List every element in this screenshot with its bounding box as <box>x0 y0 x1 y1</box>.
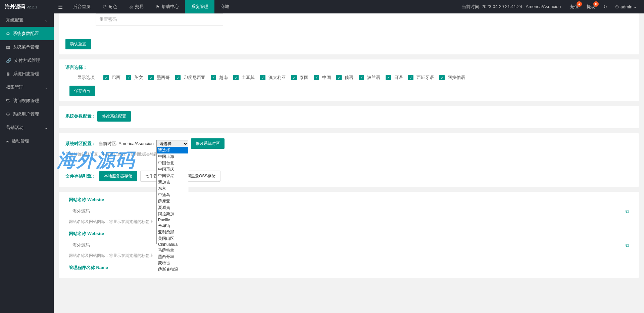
chevron-down-icon: ⌄ <box>634 5 637 9</box>
website-input-2[interactable] <box>69 239 632 251</box>
link-icon: 🔗 <box>6 58 11 63</box>
tz-option[interactable]: 萨斯克彻温 <box>157 266 188 273</box>
chevron-down-icon: ⌄ <box>45 85 48 90</box>
user-menu[interactable]: ⚇ admin ⌄ <box>611 0 641 13</box>
sidebar-sys-menu[interactable]: ▦系统菜单管理 <box>0 40 54 54</box>
lang-checkbox[interactable]: ✓ <box>126 75 131 80</box>
sidebar-sys-log[interactable]: 🗎系统日志管理 <box>0 67 54 81</box>
lang-item-label: 土耳其 <box>242 75 255 81</box>
gear-icon: ⚙ <box>6 31 10 36</box>
nav-trade[interactable]: ⚖交易 <box>123 0 150 13</box>
nav-help[interactable]: ⚑帮助中心 <box>150 0 185 13</box>
website-input-1[interactable] <box>69 205 632 217</box>
nav-mall[interactable]: 商城 <box>214 0 235 13</box>
sidebar-sys-config[interactable]: 系统配置⌄ <box>0 13 54 27</box>
tz-option[interactable]: 东京 <box>157 185 188 192</box>
tz-option[interactable]: 墨西哥城 <box>157 254 188 260</box>
lang-item-label: 波兰语 <box>367 75 380 81</box>
storage-local-button[interactable]: 本地服务器存储 <box>99 171 137 181</box>
shield-icon: 🛡 <box>6 98 10 103</box>
layout-icon: ▦ <box>6 45 10 50</box>
tz-option[interactable]: Chihuahua <box>157 242 188 247</box>
confirm-reset-button[interactable]: 确认重置 <box>65 39 91 49</box>
tz-option[interactable]: 蒙特雷 <box>157 260 188 266</box>
lang-item-label: 俄语 <box>345 75 353 81</box>
lang-checkbox[interactable]: ✓ <box>233 75 239 80</box>
storage-title: 文件存储引擎： <box>65 173 96 179</box>
lang-checkbox[interactable]: ✓ <box>148 75 154 80</box>
infinity-icon: ∞ <box>6 139 9 144</box>
modify-config-button[interactable]: 修改系统配置 <box>97 111 131 122</box>
chevron-down-icon: ⌄ <box>45 126 48 130</box>
lang-item-label: 印度尼西亚 <box>184 75 205 81</box>
tz-option[interactable]: 蒂华纳 <box>157 223 188 229</box>
tz-option[interactable]: 中途岛 <box>157 192 188 198</box>
tz-option[interactable]: 中国台北 <box>157 160 188 166</box>
save-lang-button[interactable]: 保存语言 <box>69 86 95 96</box>
lang-item-label: 英文 <box>134 75 143 81</box>
logo: 海外源码 V2.2.1 <box>0 4 54 10</box>
tz-option[interactable]: 中国香港 <box>157 173 188 179</box>
tz-option[interactable]: 萨摩亚 <box>157 198 188 205</box>
refresh-icon[interactable]: ↻ <box>599 0 611 13</box>
nav-role[interactable]: ⚇角色 <box>97 0 123 13</box>
tz-option[interactable]: 中国上海 <box>157 153 188 160</box>
website-label-2: 网站名称 Website <box>69 231 632 237</box>
tz-option[interactable]: 中国重庆 <box>157 166 188 173</box>
sidebar-pay-method[interactable]: 🔗支付方式管理 <box>0 54 54 67</box>
lang-item-label: 阿拉伯语 <box>448 75 465 81</box>
user-icon: ⚇ <box>6 112 10 117</box>
sidebar-access-perm[interactable]: 🛡访问权限管理 <box>0 94 54 107</box>
tz-option[interactable]: 马萨特兰 <box>157 247 188 254</box>
menu-toggle-icon[interactable]: ☰ <box>54 4 67 10</box>
sidebar-sys-param[interactable]: ⚙系统参数配置 <box>0 27 54 40</box>
lang-checkbox[interactable]: ✓ <box>291 75 297 80</box>
lang-checkbox[interactable]: ✓ <box>314 75 319 80</box>
lang-item-label: 中国 <box>322 75 331 81</box>
lang-checkbox[interactable]: ✓ <box>175 75 181 80</box>
lang-checkbox[interactable]: ✓ <box>260 75 265 80</box>
sidebar: 系统配置⌄ ⚙系统参数配置 ▦系统菜单管理 🔗支付方式管理 🗎系统日志管理 权限… <box>0 13 54 283</box>
sidebar-sys-user[interactable]: ⚇系统用户管理 <box>0 107 54 121</box>
tz-option[interactable]: 夏威夷 <box>157 205 188 211</box>
tz-warning: 开始前确认好时区，中途禁止修改，否则数据会错乱 <box>65 151 632 157</box>
reset-password-input[interactable]: 重置密码 <box>96 13 223 26</box>
website-hint-1: 网站名称及网站图标，将显示在浏览器的标签上 <box>69 219 632 225</box>
copy-icon[interactable]: ⧉ <box>626 242 629 248</box>
sidebar-activity[interactable]: ∞活动管理 <box>0 134 54 148</box>
lang-item-label: 泰国 <box>300 75 308 81</box>
nav-home[interactable]: 后台首页 <box>67 0 97 13</box>
lang-item-label: 巴西 <box>112 75 120 81</box>
tz-select[interactable]: 请选择 <box>156 140 188 147</box>
tz-option[interactable]: Pacific <box>157 217 188 223</box>
lang-checkbox[interactable]: ✓ <box>211 75 216 80</box>
lang-checkbox[interactable]: ✓ <box>386 75 391 80</box>
lang-checkbox[interactable]: ✓ <box>408 75 413 80</box>
tz-option[interactable]: 美国山区 <box>157 235 188 242</box>
tz-option[interactable]: 阿拉斯加 <box>157 211 188 217</box>
tz-dropdown: 请选择中国上海中国台北中国重庆中国香港新加坡东京中途岛萨摩亚夏威夷阿拉斯加Pac… <box>156 147 188 244</box>
show-option-label: 显示选项 <box>77 75 95 81</box>
nav-system[interactable]: 系统管理 <box>185 0 214 13</box>
tz-option[interactable]: 请选择 <box>157 147 188 153</box>
change-tz-button[interactable]: 修改系统时区 <box>191 138 225 149</box>
withdraw-button[interactable]: 提现 0 <box>583 0 599 13</box>
lang-checkbox[interactable]: ✓ <box>439 75 445 80</box>
lang-item-label: 越南 <box>219 75 228 81</box>
lang-checkbox[interactable]: ✓ <box>336 75 342 80</box>
sidebar-marketing[interactable]: 营销活动⌄ <box>0 121 54 134</box>
person-icon: ⚇ <box>615 4 619 9</box>
sidebar-perm[interactable]: 权限管理⌄ <box>0 81 54 94</box>
lang-checkbox[interactable]: ✓ <box>103 75 109 80</box>
doc-icon: 🗎 <box>6 72 10 77</box>
tz-option[interactable]: 新加坡 <box>157 179 188 185</box>
logo-title: 海外源码 <box>5 4 25 10</box>
lang-checkbox[interactable]: ✓ <box>359 75 364 80</box>
lang-title: 语言选择： <box>65 64 87 71</box>
user-icon: ⚇ <box>103 4 107 9</box>
tz-option[interactable]: 亚利桑那 <box>157 229 188 235</box>
chevron-down-icon: ⌄ <box>45 18 48 23</box>
copy-icon[interactable]: ⧉ <box>626 208 629 214</box>
recharge-button[interactable]: 充值 4 <box>566 0 583 13</box>
withdraw-badge: 0 <box>593 1 599 7</box>
